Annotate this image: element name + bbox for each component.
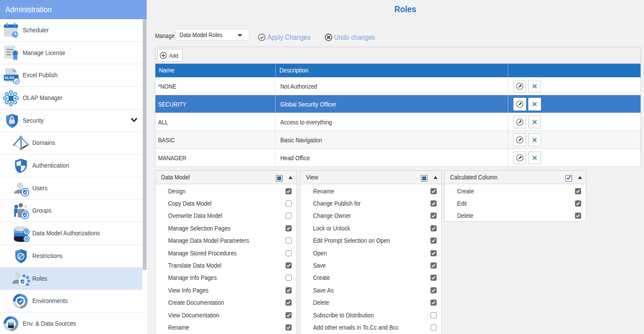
svg-text:XLSX: XLSX [4,76,14,80]
